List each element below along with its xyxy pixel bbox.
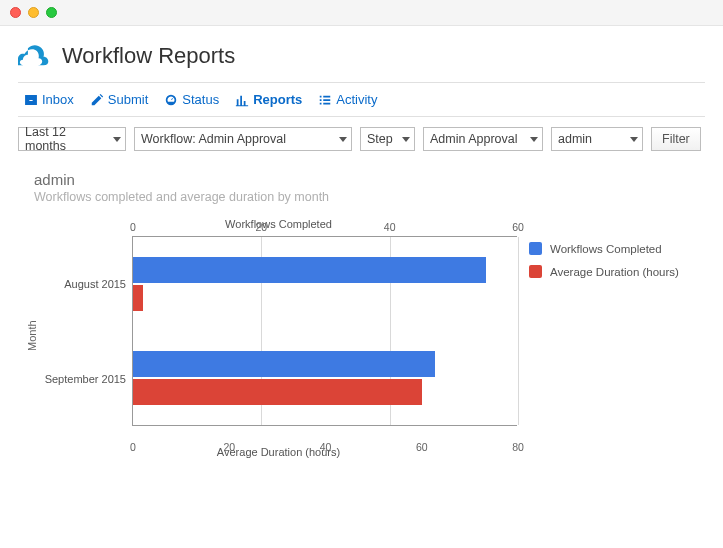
plot-area: 0204060 020406080: [132, 236, 517, 426]
filter-button[interactable]: Filter: [651, 127, 701, 151]
cloud-logo-icon: [18, 40, 52, 72]
select-value: Workflow: Admin Approval: [141, 132, 286, 146]
gauge-icon: [164, 93, 178, 107]
legend-label: Average Duration (hours): [550, 266, 679, 278]
axis-tick: 0: [130, 221, 136, 233]
chevron-down-icon: [113, 137, 121, 142]
legend-item: Average Duration (hours): [529, 265, 679, 278]
minimize-window-button[interactable]: [28, 7, 39, 18]
y-axis-label: Month: [24, 214, 40, 458]
bar-group: [133, 331, 517, 425]
category-labels: August 2015 September 2015: [40, 236, 132, 426]
bar-chart-icon: [235, 93, 249, 107]
legend-label: Workflows Completed: [550, 243, 662, 255]
nav-tabs: Inbox Submit Status Reports Activity: [18, 82, 705, 117]
tab-submit[interactable]: Submit: [84, 90, 154, 109]
legend-swatch-icon: [529, 242, 542, 255]
close-window-button[interactable]: [10, 7, 21, 18]
axis-tick: 40: [384, 221, 396, 233]
bar-group: [133, 237, 517, 331]
page-header: Workflow Reports: [18, 36, 705, 82]
chevron-down-icon: [402, 137, 410, 142]
bar-average-duration: [133, 379, 422, 405]
report-title: admin: [34, 171, 705, 188]
chevron-down-icon: [339, 137, 347, 142]
chevron-down-icon: [630, 137, 638, 142]
maximize-window-button[interactable]: [46, 7, 57, 18]
tab-inbox[interactable]: Inbox: [18, 90, 80, 109]
axis-tick: 60: [416, 441, 428, 453]
axis-tick: 60: [512, 221, 524, 233]
window-chrome: [0, 0, 723, 26]
legend-swatch-icon: [529, 265, 542, 278]
tab-label: Inbox: [42, 92, 74, 107]
page-title: Workflow Reports: [62, 43, 235, 69]
axis-tick: 80: [512, 441, 524, 453]
report-subtitle: Workflows completed and average duration…: [34, 190, 705, 204]
select-value: admin: [558, 132, 592, 146]
top-axis-label: Workflows Completed: [40, 218, 517, 230]
select-value: Last 12 months: [25, 125, 107, 153]
axis-tick: 0: [130, 441, 136, 453]
select-value: Admin Approval: [430, 132, 518, 146]
filters-row: Last 12 months Workflow: Admin Approval …: [18, 117, 705, 155]
bottom-axis-label: Average Duration (hours): [40, 446, 517, 458]
workflow-select[interactable]: Workflow: Admin Approval: [134, 127, 352, 151]
tab-activity[interactable]: Activity: [312, 90, 383, 109]
axis-tick: 20: [223, 441, 235, 453]
scope-select[interactable]: Step: [360, 127, 415, 151]
tab-label: Activity: [336, 92, 377, 107]
tab-label: Reports: [253, 92, 302, 107]
user-select[interactable]: admin: [551, 127, 643, 151]
list-icon: [318, 93, 332, 107]
chevron-down-icon: [530, 137, 538, 142]
edit-icon: [90, 93, 104, 107]
select-value: Step: [367, 132, 393, 146]
step-name-select[interactable]: Admin Approval: [423, 127, 543, 151]
bar-workflows-completed: [133, 351, 435, 377]
axis-tick: 40: [320, 441, 332, 453]
bar-average-duration: [133, 285, 143, 311]
legend-item: Workflows Completed: [529, 242, 679, 255]
inbox-icon: [24, 93, 38, 107]
date-range-select[interactable]: Last 12 months: [18, 127, 126, 151]
category-label: August 2015: [40, 278, 126, 290]
chart: Month Workflows Completed August 2015 Se…: [18, 214, 705, 458]
tab-label: Submit: [108, 92, 148, 107]
tab-label: Status: [182, 92, 219, 107]
legend: Workflows Completed Average Duration (ho…: [529, 242, 679, 458]
tab-reports[interactable]: Reports: [229, 90, 308, 109]
axis-tick: 20: [255, 221, 267, 233]
tab-status[interactable]: Status: [158, 90, 225, 109]
bar-workflows-completed: [133, 257, 486, 283]
category-label: September 2015: [40, 373, 126, 385]
